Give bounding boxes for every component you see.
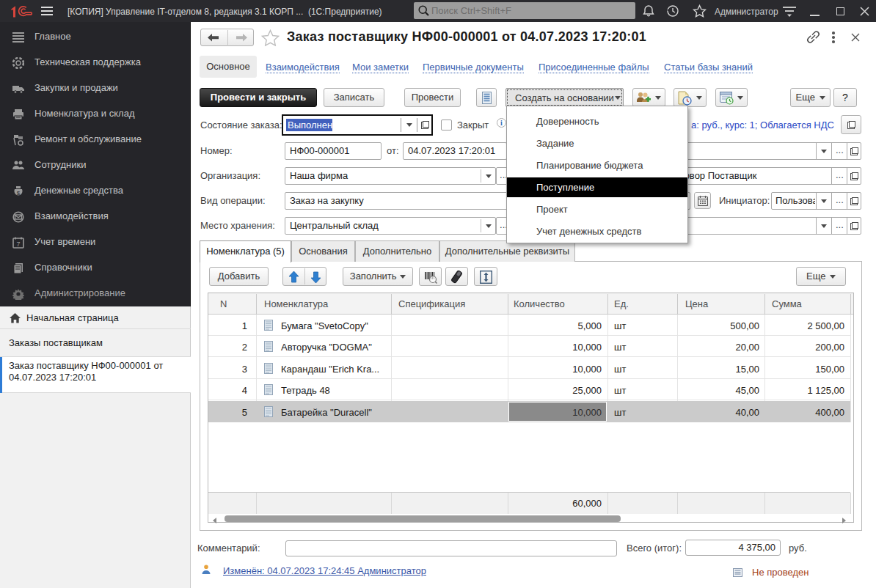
svg-text:$: $ (17, 190, 21, 196)
svg-text:7: 7 (16, 240, 20, 248)
